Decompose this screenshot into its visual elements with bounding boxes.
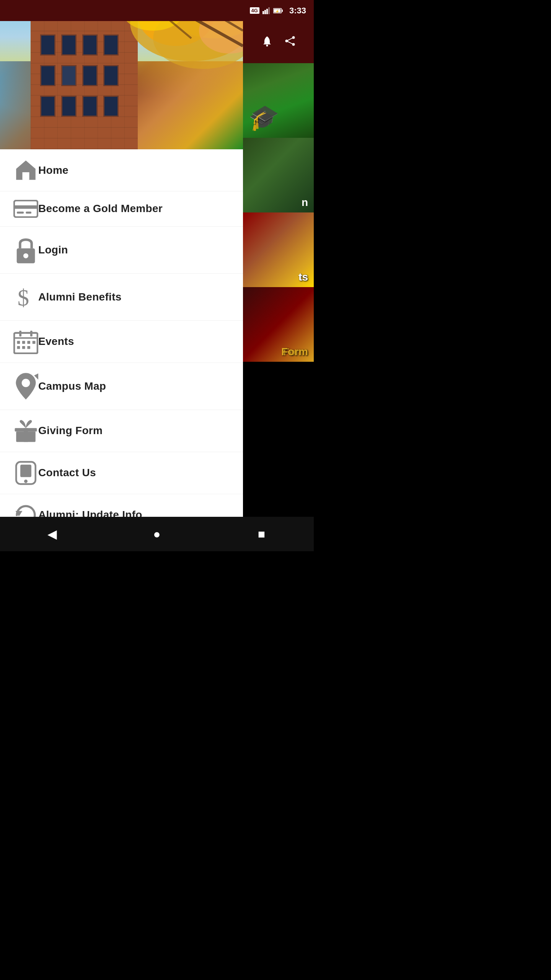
svg-rect-24 <box>22 172 29 180</box>
svg-rect-38 <box>27 341 30 344</box>
svg-rect-0 <box>262 11 264 14</box>
menu-item-gold-member[interactable]: Become a Gold Member <box>0 191 243 227</box>
clock: 3:33 <box>289 6 306 16</box>
svg-marker-44 <box>34 371 38 380</box>
signal-bars-icon <box>262 7 270 14</box>
home-label: Home <box>38 164 68 176</box>
home-button[interactable]: ● <box>145 523 168 546</box>
svg-rect-5 <box>282 10 283 12</box>
svg-rect-27 <box>17 212 24 214</box>
campus-map-label: Campus Map <box>38 380 106 392</box>
svg-rect-40 <box>17 346 20 349</box>
giving-form-label: Giving Form <box>38 425 103 437</box>
svg-rect-50 <box>20 465 31 477</box>
lock-icon <box>13 235 38 265</box>
svg-line-13 <box>287 41 293 44</box>
menu-item-events[interactable]: Events <box>0 321 243 363</box>
svg-line-12 <box>287 38 293 41</box>
svg-text:⚡: ⚡ <box>275 9 280 14</box>
menu-item-giving-form[interactable]: Giving Form <box>0 410 243 452</box>
thumb-graduation: 🎓 <box>243 63 314 138</box>
svg-rect-26 <box>14 205 37 209</box>
recents-button[interactable]: ■ <box>250 523 273 546</box>
svg-point-30 <box>23 253 28 258</box>
svg-rect-41 <box>22 346 25 349</box>
menu-item-alumni-benefits[interactable]: $ Alumni Benefits <box>0 274 243 321</box>
bottom-nav-bar: ◀ ● ■ <box>0 517 314 551</box>
svg-rect-28 <box>26 212 31 214</box>
gift-icon <box>13 418 38 443</box>
svg-point-49 <box>24 480 28 483</box>
map-pin-icon <box>13 371 38 401</box>
menu-item-campus-map[interactable]: Campus Map <box>0 363 243 410</box>
contact-us-label: Contact Us <box>38 467 96 479</box>
alumni-benefits-label: Alumni Benefits <box>38 291 122 303</box>
login-label: Login <box>38 244 68 256</box>
nav-drawer: Home Become a Gold Member Login <box>0 149 243 536</box>
svg-rect-35 <box>30 331 33 336</box>
gold-member-label: Become a Gold Member <box>38 203 163 215</box>
thumb-fans: n <box>243 138 314 212</box>
calendar-icon <box>13 329 38 354</box>
home-icon <box>13 158 38 183</box>
svg-point-8 <box>266 44 268 46</box>
svg-rect-39 <box>33 341 36 344</box>
phone-icon <box>13 461 38 485</box>
thumb-giving-form: Form <box>243 287 314 362</box>
dollar-icon: $ <box>13 282 38 312</box>
menu-item-contact-us[interactable]: Contact Us <box>0 452 243 494</box>
signal-badge: 4G <box>250 7 259 14</box>
events-label: Events <box>38 335 74 348</box>
svg-rect-37 <box>22 341 25 344</box>
thumbnail-grid: 🎓 n ts Form <box>243 21 314 362</box>
thumb-tailgate-overlay: ts <box>299 271 308 283</box>
svg-rect-3 <box>268 7 270 14</box>
menu-item-home[interactable]: Home <box>0 149 243 191</box>
battery-icon: ⚡ <box>273 8 283 14</box>
share-icon[interactable] <box>284 35 296 49</box>
svg-point-43 <box>22 379 30 387</box>
svg-rect-34 <box>19 331 21 336</box>
svg-rect-47 <box>24 428 28 442</box>
back-button[interactable]: ◀ <box>41 523 64 546</box>
thumb-fans-overlay: n <box>302 196 308 209</box>
thumb-form-overlay: Form <box>283 346 308 358</box>
menu-item-login[interactable]: Login <box>0 227 243 274</box>
svg-rect-2 <box>266 9 268 14</box>
card-icon <box>13 200 38 218</box>
svg-text:$: $ <box>18 285 29 310</box>
svg-rect-33 <box>14 337 37 339</box>
status-bar: 4G ⚡ 3:33 <box>0 0 314 21</box>
header-actions <box>243 21 314 63</box>
svg-rect-36 <box>17 341 20 344</box>
hero-image <box>0 0 243 149</box>
svg-rect-1 <box>264 10 266 14</box>
svg-rect-42 <box>27 346 30 349</box>
bell-icon[interactable] <box>261 35 273 49</box>
thumb-tailgate: ts <box>243 212 314 287</box>
